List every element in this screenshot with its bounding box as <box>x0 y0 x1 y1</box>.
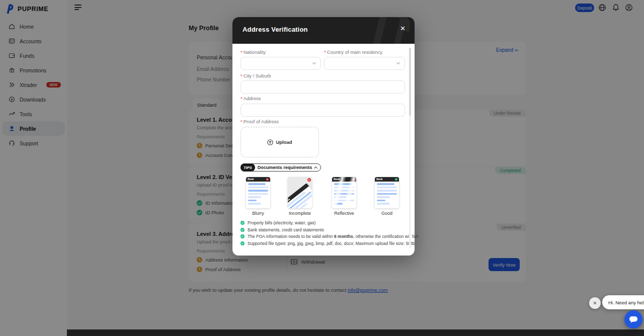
chevron-up-icon <box>314 166 317 170</box>
required-mark: * <box>240 96 243 101</box>
bullet-text-bold: 6 months <box>334 234 353 239</box>
nationality-label: *Nationality <box>240 49 266 55</box>
tips-label: Documents requirements <box>258 165 312 170</box>
requirement-bullet: The POA information needs to be valid wi… <box>240 234 419 239</box>
doc-example-good: Bank ✓ Good <box>372 177 402 216</box>
doc-bank-label: Bank <box>376 178 382 181</box>
field-label-text: Address <box>244 96 261 101</box>
required-mark: * <box>240 49 243 55</box>
chevron-down-icon <box>312 61 316 64</box>
check-circle-icon <box>240 228 245 232</box>
doc-thumbnail: Bank ✕ <box>332 177 356 208</box>
upload-icon <box>267 139 273 145</box>
city-label: *City / Suburb <box>240 73 271 78</box>
field-label-text: Country of main residency <box>327 49 382 55</box>
doc-thumbnail: ✕ Bank <box>288 177 312 208</box>
requirement-bullet: Property bills (electricity, water, gas) <box>240 220 315 225</box>
doc-example-blurry: Bank ✕ Blurry <box>243 177 273 216</box>
doc-thumbnail: Bank ✕ <box>246 177 270 208</box>
doc-example-incomplete: ✕ Bank Incomplete <box>285 177 315 216</box>
field-label-text: City / Suburb <box>244 73 271 78</box>
check-circle-icon <box>240 234 245 238</box>
upload-label: Upload <box>276 139 292 145</box>
chat-dismiss-button[interactable]: ✕ <box>589 297 601 309</box>
chat-launcher-button[interactable] <box>624 310 642 328</box>
doc-caption: Reflective <box>329 211 359 216</box>
doc-example-reflective: Bank ✕ Reflective <box>329 177 359 216</box>
bullet-text: The POA information needs to be valid wi… <box>248 234 419 239</box>
proof-of-address-label: *Proof of Address <box>240 119 279 124</box>
app-screen: PUPRIME Home Accounts Funds Promotions X… <box>0 0 644 336</box>
tips-toggle[interactable]: TIPS Documents requirements <box>240 163 321 172</box>
bullet-text: Supported file types: png, jpg, jpeg, bm… <box>248 241 415 246</box>
doc-bank-label: Bank <box>248 178 254 181</box>
required-mark: * <box>240 119 243 124</box>
gloss-effect <box>332 177 356 208</box>
modal-scrollbar-thumb[interactable] <box>409 48 411 116</box>
bullet-text: Bank statements, credit card statements <box>248 227 324 232</box>
chat-bubble-icon <box>629 316 638 323</box>
bullet-text-pre: The POA information needs to be valid wi… <box>248 234 334 239</box>
doc-caption: Incomplete <box>285 211 315 216</box>
doc-caption: Good <box>372 211 402 216</box>
address-label: *Address <box>240 96 261 101</box>
doc-header-bar: Bank ✕ <box>246 177 270 182</box>
country-select[interactable] <box>324 57 405 70</box>
check-circle-icon <box>240 241 245 245</box>
field-label-text: Nationality <box>244 49 266 55</box>
check-circle-icon <box>240 221 245 225</box>
required-mark: * <box>324 49 326 55</box>
required-mark: * <box>240 73 243 78</box>
chat-greeting-bubble[interactable]: Hi. Need any help? <box>602 295 644 309</box>
upload-dropzone[interactable]: Upload <box>240 127 319 157</box>
reject-dot-icon: ✕ <box>266 178 269 181</box>
address-verification-modal: Address Verification ✕ *Nationality *Cou… <box>232 17 415 256</box>
bullet-text: Property bills (electricity, water, gas) <box>248 220 315 225</box>
nationality-select[interactable] <box>240 57 321 70</box>
chevron-down-icon <box>396 61 400 64</box>
doc-header-bar: Bank ✓ <box>375 177 399 182</box>
city-input[interactable] <box>240 80 405 94</box>
doc-caption: Blurry <box>243 211 273 216</box>
requirement-bullet: Supported file types: png, jpg, jpeg, bm… <box>240 241 415 246</box>
country-label: *Country of main residency <box>324 49 382 55</box>
field-label-text: Proof of Address <box>244 119 279 124</box>
doc-thumbnail: Bank ✓ <box>375 177 399 208</box>
approve-dot-icon: ✓ <box>395 178 398 181</box>
tips-badge: TIPS <box>240 163 255 172</box>
address-input[interactable] <box>240 104 405 117</box>
close-icon[interactable]: ✕ <box>398 23 408 34</box>
modal-header: Address Verification ✕ <box>232 17 415 44</box>
requirement-bullet: Bank statements, credit card statements <box>240 227 324 232</box>
reject-dot-icon: ✕ <box>307 178 311 182</box>
modal-title: Address Verification <box>243 26 308 33</box>
